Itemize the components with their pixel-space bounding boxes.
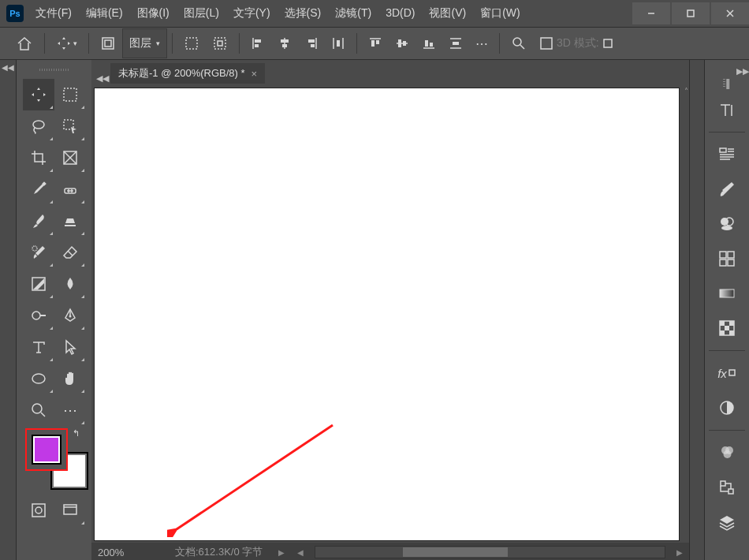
clone-stamp-tool[interactable]: [54, 205, 86, 237]
edit-toolbar-button[interactable]: ⋯: [54, 394, 86, 426]
channels-panel-icon[interactable]: [711, 437, 743, 469]
menu-file[interactable]: 文件(F): [28, 1, 79, 26]
eraser-tool[interactable]: [54, 237, 86, 268]
svg-point-54: [32, 374, 45, 383]
type-tool[interactable]: [23, 331, 54, 363]
home-button[interactable]: [9, 32, 39, 55]
marquee-tool[interactable]: [54, 79, 86, 110]
menu-window[interactable]: 窗口(W): [473, 1, 527, 26]
character-panel-icon[interactable]: [711, 94, 743, 125]
menu-view[interactable]: 视图(V): [422, 1, 473, 26]
zoom-level[interactable]: 200%: [91, 547, 166, 558]
panel-grip[interactable]: [27, 66, 82, 73]
brushes-panel-icon[interactable]: [711, 174, 743, 205]
canvas[interactable]: [94, 88, 680, 541]
healing-brush-tool[interactable]: [54, 174, 86, 205]
right-collapse-bar[interactable]: [689, 60, 704, 560]
zoom-tool[interactable]: [23, 394, 54, 426]
svg-line-56: [41, 413, 45, 416]
document-size-info[interactable]: 文档:612.3K/0 字节: [166, 545, 272, 559]
svg-point-33: [513, 38, 521, 46]
workspace: ◀◀ ⋯ ↰: [0, 60, 749, 560]
svg-rect-72: [720, 321, 725, 326]
svg-rect-13: [281, 39, 289, 43]
quick-mask-button[interactable]: [23, 495, 54, 526]
svg-rect-14: [282, 44, 287, 47]
panel-collapse-icon[interactable]: ◀◀: [96, 73, 110, 84]
close-button[interactable]: [711, 2, 749, 24]
svg-point-65: [721, 226, 732, 230]
hscroll-right-icon[interactable]: ▶: [670, 548, 689, 557]
foreground-color-highlight: [25, 428, 68, 471]
auto-select-layer-dropdown[interactable]: 图层▾: [122, 28, 167, 58]
horizontal-scrollbar[interactable]: [315, 546, 665, 558]
search-icon[interactable]: [505, 32, 533, 55]
minimize-button[interactable]: [632, 2, 670, 24]
brush-tool[interactable]: [23, 205, 54, 237]
hand-tool[interactable]: [54, 363, 86, 394]
lasso-tool[interactable]: [23, 110, 54, 142]
align-vcenter-button[interactable]: [389, 32, 415, 55]
align-hcenter-button[interactable]: [271, 32, 298, 55]
auto-select-icon[interactable]: [94, 32, 122, 55]
paths-panel-icon[interactable]: [711, 472, 743, 503]
menu-filter[interactable]: 滤镜(T): [328, 1, 378, 26]
shape-tool[interactable]: [23, 363, 54, 394]
status-chevron-icon[interactable]: ▶: [272, 548, 291, 557]
color-swatches: ↰: [23, 428, 86, 491]
move-tool[interactable]: [23, 79, 54, 110]
pen-tool[interactable]: [54, 300, 86, 331]
gradients-panel-icon[interactable]: [711, 278, 743, 309]
gradient-tool[interactable]: [23, 268, 54, 300]
menu-select[interactable]: 选择(S): [278, 1, 329, 26]
svg-rect-32: [453, 42, 459, 45]
swatches-panel-icon[interactable]: [711, 208, 743, 240]
move-tool-indicator[interactable]: ▾: [50, 32, 84, 55]
swap-colors-icon[interactable]: ↰: [73, 428, 80, 439]
right-collapse-icon[interactable]: ▶▶: [700, 65, 749, 78]
menu-layer[interactable]: 图层(L): [177, 1, 226, 26]
screen-mode-button[interactable]: [54, 495, 86, 526]
scroll-up-icon[interactable]: ˄: [684, 87, 688, 95]
svg-rect-16: [308, 39, 315, 43]
align-right-button[interactable]: [298, 32, 325, 55]
maximize-button[interactable]: [672, 2, 710, 24]
align-top-button[interactable]: [362, 32, 389, 55]
path-select-tool[interactable]: [54, 331, 86, 363]
align-left-button[interactable]: [244, 32, 271, 55]
frame-tool[interactable]: [54, 142, 86, 174]
align-bottom-button[interactable]: [415, 32, 442, 55]
styles-panel-icon[interactable]: fx: [711, 357, 743, 389]
distribute-h-button[interactable]: [325, 32, 352, 55]
right-panel-grip[interactable]: ‖: [721, 78, 733, 88]
distribute-v-button[interactable]: [442, 32, 469, 55]
svg-rect-7: [214, 38, 225, 49]
paragraph-panel-icon[interactable]: [711, 139, 743, 170]
svg-rect-25: [398, 39, 401, 47]
3d-mode-group[interactable]: 3D 模式:: [533, 32, 620, 55]
patterns-panel-icon[interactable]: [711, 312, 743, 344]
vertical-scrollbar[interactable]: [680, 84, 689, 541]
close-tab-icon[interactable]: ×: [252, 68, 258, 80]
more-align-button[interactable]: ⋯: [469, 32, 494, 55]
menu-type[interactable]: 文字(Y): [226, 1, 278, 26]
transform-controls-toggle[interactable]: [177, 32, 206, 55]
transform-controls-toggle-2[interactable]: [206, 32, 234, 55]
hscroll-left-icon[interactable]: ◀: [291, 548, 310, 557]
menu-image[interactable]: 图像(I): [130, 1, 177, 26]
document-tab[interactable]: 未标题-1 @ 200%(RGB/8) * ×: [110, 63, 265, 84]
menu-edit[interactable]: 编辑(E): [79, 1, 130, 26]
document-tab-bar: ◀◀ 未标题-1 @ 200%(RGB/8) * ×: [91, 60, 689, 84]
libraries-panel-icon[interactable]: [711, 243, 743, 274]
left-collapse-bar[interactable]: ◀◀: [0, 60, 17, 560]
menu-3d[interactable]: 3D(D): [378, 1, 422, 26]
dodge-tool[interactable]: [23, 300, 54, 331]
adjustments-panel-icon[interactable]: [711, 392, 743, 424]
quick-select-tool[interactable]: [54, 110, 86, 142]
layers-panel-icon[interactable]: [711, 506, 743, 538]
crop-tool[interactable]: [23, 142, 54, 174]
history-brush-tool[interactable]: [23, 237, 54, 268]
foreground-color-swatch[interactable]: [32, 435, 61, 465]
eyedropper-tool[interactable]: [23, 174, 54, 205]
blur-tool[interactable]: [54, 268, 86, 300]
